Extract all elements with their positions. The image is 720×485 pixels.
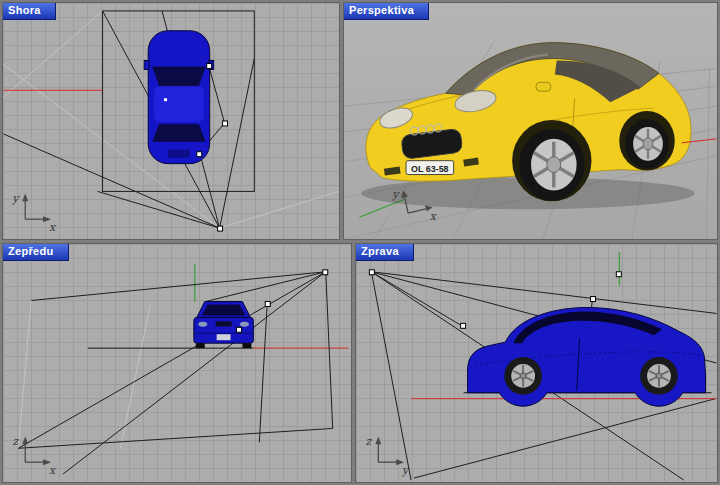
axis-icon-top: y x	[11, 192, 57, 234]
rear-wheel	[625, 119, 669, 169]
camera-cage-wireframe[interactable]	[18, 272, 332, 474]
viewport-top[interactable]: y x Shora	[2, 2, 340, 240]
rear-wheel	[640, 357, 678, 395]
axis-label-x: x	[49, 221, 57, 234]
axis-label-y: y	[11, 192, 20, 205]
viewport-front[interactable]: z x Zepředu	[2, 243, 352, 483]
license-plate: OL 63-58	[406, 161, 454, 175]
front-wheel	[504, 357, 542, 395]
viewport-title-front[interactable]: Zepředu	[3, 244, 69, 261]
viewport-top-canvas[interactable]: y x	[3, 3, 339, 239]
axis-label-x: x	[430, 210, 438, 223]
viewport-perspective-canvas[interactable]: OL 63-58 y x	[344, 3, 717, 239]
viewport-title-perspective[interactable]: Perspektiva	[344, 3, 429, 20]
car-side-view[interactable]	[468, 307, 706, 406]
axis-label-x: x	[49, 464, 57, 477]
viewport-right[interactable]: z y Zprava	[355, 243, 718, 483]
viewport-front-canvas[interactable]: z x	[3, 244, 351, 482]
front-wheel	[519, 129, 584, 200]
camera-cage-wireframe[interactable]	[3, 11, 254, 228]
viewport-right-canvas[interactable]: z y	[356, 244, 717, 482]
viewport-title-right[interactable]: Zprava	[356, 244, 414, 261]
car-top-view[interactable]	[144, 31, 213, 164]
viewport-perspective[interactable]: OL 63-58 y x Perspektiva	[343, 2, 718, 240]
construction-lines-light[interactable]	[18, 301, 150, 449]
license-plate-text: OL 63-58	[411, 164, 449, 174]
viewport-title-top[interactable]: Shora	[3, 3, 56, 20]
car-front-view[interactable]	[194, 302, 254, 349]
axis-label-z: z	[365, 435, 372, 448]
